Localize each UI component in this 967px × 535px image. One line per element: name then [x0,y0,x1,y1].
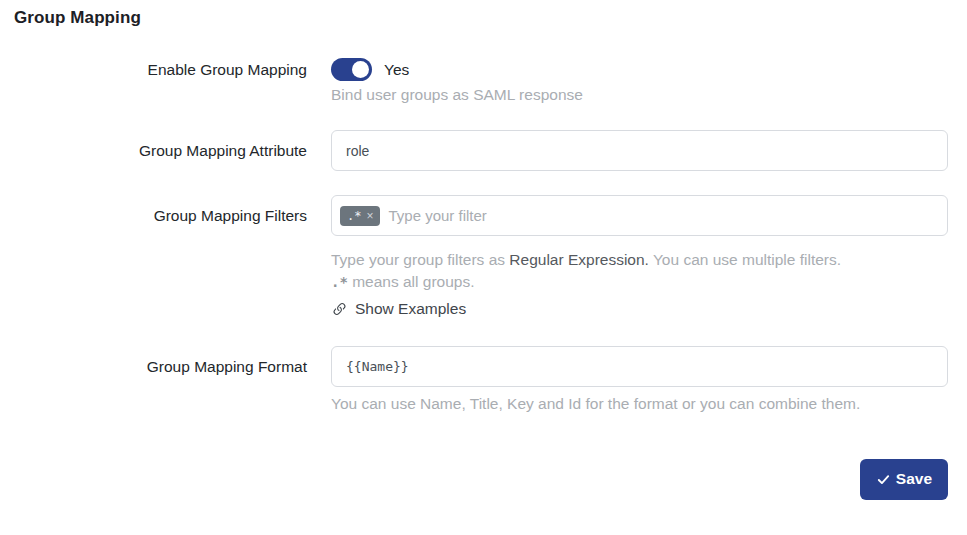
page-title: Group Mapping [14,8,948,28]
row-enable-group-mapping: Enable Group Mapping Yes Bind user group… [14,58,948,106]
row-group-mapping-filters: Group Mapping Filters .* × Type your gro… [14,195,948,322]
group-mapping-filters-field[interactable]: .* × [331,195,948,236]
filters-help-emphasis: Regular Expression. [509,251,649,268]
enable-group-mapping-control: Yes Bind user groups as SAML response [331,58,948,106]
filter-tag-text: .* [347,210,361,222]
check-icon [876,472,891,487]
show-examples-label: Show Examples [355,300,466,318]
toggle-knob [352,61,369,78]
group-mapping-filters-label: Group Mapping Filters [14,195,307,322]
toggle-state-label: Yes [384,61,409,79]
filters-help-code: .* [331,274,348,290]
filters-help-part2: You can use multiple filters. [649,251,841,268]
link-icon [331,301,348,318]
filters-help-part1: Type your group filters as [331,251,509,268]
group-mapping-attribute-control [331,130,948,171]
group-mapping-page: Group Mapping Enable Group Mapping Yes B… [0,0,967,535]
group-mapping-format-input[interactable] [331,346,948,387]
save-button[interactable]: Save [860,459,948,500]
filters-help-part3: means all groups. [348,273,475,290]
group-mapping-format-control: You can use Name, Title, Key and Id for … [331,346,948,415]
filter-text-input[interactable] [388,207,939,224]
save-button-label: Save [896,470,932,488]
group-mapping-form: Enable Group Mapping Yes Bind user group… [14,58,948,415]
enable-group-mapping-toggle[interactable] [331,58,372,81]
show-examples-link[interactable]: Show Examples [331,300,466,318]
group-mapping-attribute-label: Group Mapping Attribute [14,130,307,171]
group-mapping-attribute-input[interactable] [331,130,948,171]
group-mapping-filters-control: .* × Type your group filters as Regular … [331,195,948,322]
filter-tag-chip: .* × [340,206,380,226]
enable-group-mapping-label: Enable Group Mapping [14,58,307,106]
group-mapping-format-label: Group Mapping Format [14,346,307,415]
format-help-text: You can use Name, Title, Key and Id for … [331,393,948,415]
filters-help-text: Type your group filters as Regular Expre… [331,249,948,293]
remove-tag-icon[interactable]: × [366,210,373,222]
form-actions: Save [14,459,948,500]
row-group-mapping-format: Group Mapping Format You can use Name, T… [14,346,948,415]
row-group-mapping-attribute: Group Mapping Attribute [14,130,948,171]
enable-help-text: Bind user groups as SAML response [331,84,948,106]
